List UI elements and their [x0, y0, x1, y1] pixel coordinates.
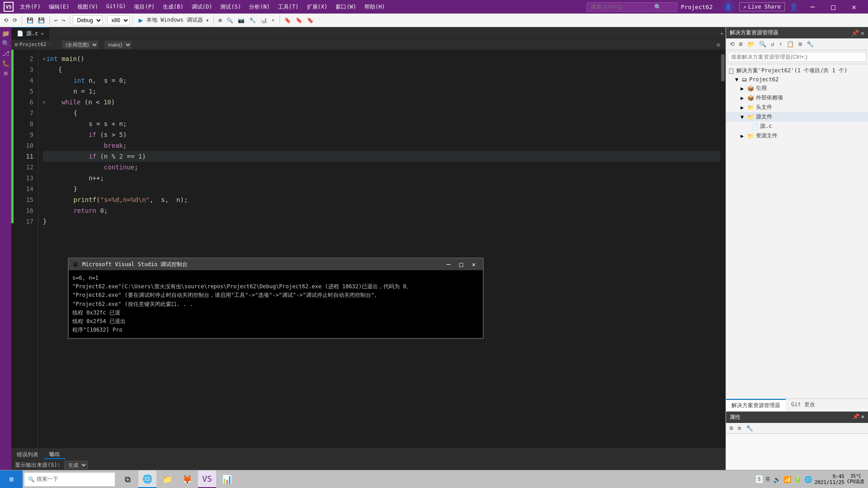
minimize-button[interactable]: ─	[802, 0, 823, 14]
se-btn-7[interactable]: 📋	[785, 40, 796, 48]
live-share-button[interactable]: ↗ Live Share	[739, 2, 785, 11]
se-project-item[interactable]: ▼ 🗂 Project62	[726, 75, 868, 84]
props-btn-2[interactable]: ≡	[736, 424, 743, 432]
props-tab-se[interactable]: 解决方案资源管理器	[726, 399, 786, 411]
toolbar-undo[interactable]: ↩	[52, 16, 59, 24]
code-content[interactable]: ⊟ int main () { int n, s = 0	[38, 50, 720, 449]
fold-icon-6[interactable]: ⊟	[43, 97, 45, 108]
sogou-icon[interactable]: S	[756, 475, 763, 483]
props-tab-git[interactable]: Git 更改	[786, 399, 821, 411]
menu-view[interactable]: 视图(V)	[74, 2, 102, 12]
close-button[interactable]: ✕	[844, 0, 864, 14]
output-source-select[interactable]: 生成	[64, 461, 88, 469]
browser-edge-item[interactable]: 🌐	[138, 470, 156, 488]
menu-debug[interactable]: 调试(D)	[188, 2, 216, 12]
toolbar-btn-1[interactable]: ⟲	[2, 16, 10, 24]
se-btn-3[interactable]: 📁	[745, 40, 756, 48]
toolbar-icon-4[interactable]: 🔧	[247, 16, 258, 24]
menu-git[interactable]: Git(G)	[103, 2, 129, 12]
taskview-button[interactable]: ⧉	[118, 470, 137, 488]
toolbar-icon-1[interactable]: ⊞	[217, 16, 223, 24]
title-search-input[interactable]	[591, 4, 654, 10]
se-btn-9[interactable]: 🔧	[805, 40, 816, 48]
scrollbar-vertical[interactable]	[720, 50, 726, 449]
se-references-item[interactable]: ▶ 📦 引用	[726, 84, 868, 93]
output-tab[interactable]: 输出	[44, 450, 66, 459]
vs-taskbar-item[interactable]: VS	[198, 470, 216, 488]
user-avatar[interactable]: 👤	[722, 0, 735, 13]
menu-file[interactable]: 文件(F)	[16, 2, 44, 12]
activity-git[interactable]: ⎇	[1, 49, 10, 58]
toolbar-bookmark-3[interactable]: 🔖	[305, 16, 316, 24]
file-explorer-item[interactable]: 📁	[158, 470, 176, 488]
menu-project[interactable]: 项目(P)	[130, 2, 158, 12]
ext-expand[interactable]: ▶	[741, 95, 744, 101]
props-close-icon[interactable]: ✕	[861, 413, 864, 421]
menu-build[interactable]: 生成(B)	[159, 2, 187, 12]
toolbar-bookmark-2[interactable]: 🔖	[294, 16, 304, 24]
dc-maximize-btn[interactable]: □	[456, 260, 467, 268]
se-resource-files-item[interactable]: ▶ 📁 资源文件	[726, 131, 868, 141]
tray-icon-4[interactable]: 🌐	[804, 476, 812, 483]
ref-expand[interactable]: ▶	[741, 85, 744, 92]
se-source-c-item[interactable]: 📄 源.c	[726, 122, 868, 131]
toolbar-icon-2[interactable]: 🔍	[225, 16, 235, 24]
activity-explorer[interactable]: 📁	[1, 29, 10, 38]
toolbar-save[interactable]: 💾	[25, 16, 35, 24]
menu-extensions[interactable]: 扩展(X)	[303, 2, 331, 12]
toolbar-btn-2[interactable]: ⟳	[11, 16, 19, 24]
toolbar-redo[interactable]: ↪	[60, 16, 67, 24]
se-pin-icon[interactable]: 📌	[851, 29, 859, 37]
menu-help[interactable]: 帮助(H)	[361, 2, 389, 12]
tray-icon-2[interactable]: 📶	[783, 476, 791, 483]
se-source-files-item[interactable]: ▼ 📁 源文件	[726, 112, 868, 122]
se-external-item[interactable]: ▶ 📦 外部依赖项	[726, 93, 868, 103]
lang-indicator[interactable]: 英	[765, 476, 770, 483]
hf-expand[interactable]: ▶	[741, 104, 744, 111]
person-icon[interactable]: 👤	[789, 3, 798, 11]
se-search-input[interactable]	[728, 52, 866, 62]
error-list-tab[interactable]: 错误列表	[11, 451, 44, 459]
se-btn-5[interactable]: ↺	[769, 40, 776, 48]
run-dropdown[interactable]: ▾	[204, 16, 211, 24]
dc-close-btn[interactable]: ✕	[468, 260, 479, 268]
taskbar-search[interactable]: 🔍 搜索一下	[24, 473, 115, 486]
props-btn-3[interactable]: 🔧	[744, 424, 755, 432]
project-expand-icon[interactable]: ▼	[735, 76, 738, 83]
tab-close[interactable]: ✕	[41, 31, 43, 36]
props-btn-1[interactable]: ⊞	[728, 424, 735, 432]
menu-tools[interactable]: 工具(T)	[274, 2, 302, 12]
menu-analyze[interactable]: 分析(N)	[245, 2, 274, 12]
toolbar-icon-3[interactable]: 📷	[236, 16, 246, 24]
menu-test[interactable]: 测试(S)	[217, 2, 245, 12]
se-btn-6[interactable]: ⚡	[777, 40, 784, 48]
se-btn-2[interactable]: ⊞	[737, 40, 745, 48]
sf-expand[interactable]: ▼	[741, 114, 744, 120]
config-select[interactable]: Debug	[73, 15, 103, 25]
add-tab-button[interactable]: +	[718, 30, 726, 37]
tray-icon-1[interactable]: 🔊	[773, 476, 781, 483]
se-btn-1[interactable]: ⟲	[728, 40, 736, 48]
menu-edit[interactable]: 编辑(E)	[45, 2, 73, 12]
expand-editor-button[interactable]: ⊕	[715, 41, 722, 48]
platform-select[interactable]: x86	[107, 15, 130, 25]
start-button[interactable]: ⊞	[0, 470, 23, 488]
props-pin-icon[interactable]: 📌	[853, 413, 859, 421]
rf-expand[interactable]: ▶	[741, 133, 744, 139]
fold-icon-2[interactable]: ⊟	[43, 53, 45, 64]
toolbar-icon-6[interactable]: ⚡	[270, 16, 277, 24]
se-close-icon[interactable]: ✕	[861, 29, 864, 37]
activity-debug[interactable]: 🐛	[1, 59, 10, 68]
browser-item[interactable]: 🦊	[178, 470, 196, 488]
se-header-files-item[interactable]: ▶ 📁 头文件	[726, 103, 868, 112]
se-btn-8[interactable]: ⊞	[797, 40, 804, 48]
system-clock[interactable]: 9:45 2021/11/25	[815, 474, 844, 485]
toolbar-saveall[interactable]: 💾	[36, 16, 47, 24]
tray-icon-3[interactable]: 🔋	[794, 476, 802, 483]
se-btn-4[interactable]: 🔍	[757, 40, 768, 48]
maximize-button[interactable]: □	[823, 0, 844, 14]
toolbar-bookmark[interactable]: 🔖	[283, 16, 293, 24]
app-item-5[interactable]: 📊	[218, 470, 236, 488]
scope-dropdown[interactable]: (全局范围)	[62, 41, 98, 49]
dc-minimize-btn[interactable]: ─	[443, 260, 454, 268]
